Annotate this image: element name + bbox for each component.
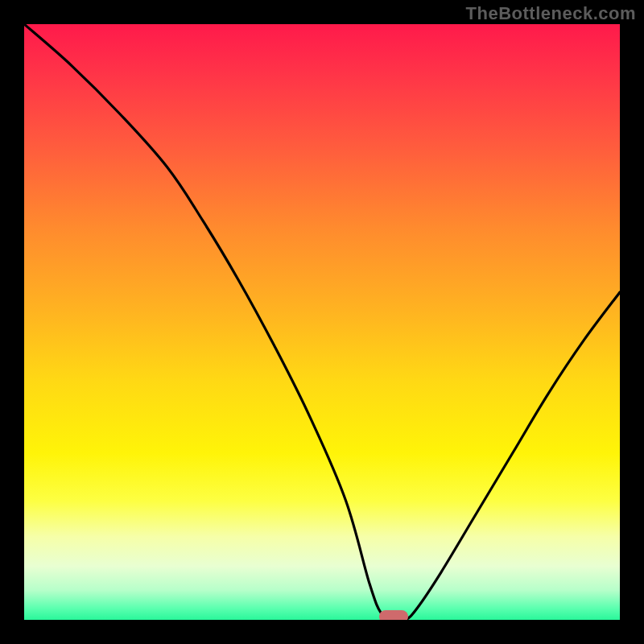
curve-layer bbox=[24, 24, 620, 620]
plot-area bbox=[24, 24, 620, 620]
watermark-text: TheBottleneck.com bbox=[466, 3, 636, 24]
optimal-point-marker bbox=[379, 610, 408, 620]
chart-frame: TheBottleneck.com bbox=[0, 0, 644, 644]
bottleneck-curve bbox=[24, 24, 620, 620]
